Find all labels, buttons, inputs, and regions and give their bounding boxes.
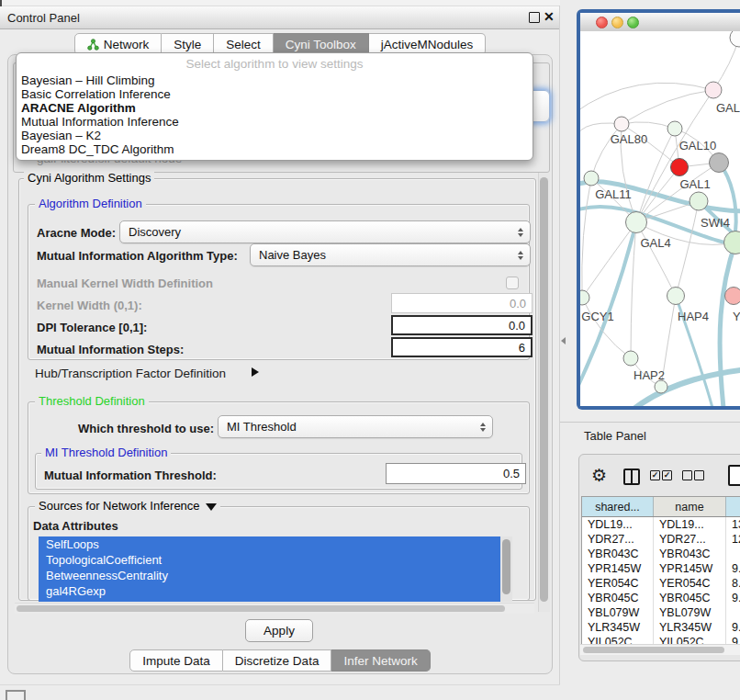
cyni-algorithm-settings-title: Cyni Algorithm Settings	[24, 172, 154, 185]
column-header-shared-name[interactable]: shared...	[582, 497, 654, 516]
sources-title[interactable]: Sources for Network Inference	[35, 500, 220, 513]
network-canvas[interactable]: GAL GAL80 GAL10 GAL1 GAL11 SWI4 GAL4 GCY…	[580, 31, 740, 406]
settings-horizontal-scrollbar[interactable]	[15, 603, 534, 614]
dropdown-item[interactable]: Dream8 DC_TDC Algorithm	[21, 142, 174, 156]
mi-steps-input[interactable]: 6	[391, 337, 533, 357]
table-row[interactable]: YDL19...YDL19...13	[582, 517, 740, 532]
node-table[interactable]: shared... name YDL19...YDL19...13 YDR27.…	[581, 496, 740, 645]
node-gal1-selected[interactable]	[671, 159, 689, 176]
list-item[interactable]: TopologicalCoefficient	[39, 552, 512, 568]
node-hap2[interactable]	[623, 351, 638, 366]
dropdown-item[interactable]: Basic Correlation Inference	[21, 87, 171, 101]
unchecked-checkbox-icon[interactable]	[682, 470, 692, 480]
node-big-green[interactable]	[724, 231, 740, 254]
float-window-icon[interactable]	[529, 12, 540, 23]
dropdown-item[interactable]: Bayesian – Hill Climbing	[21, 73, 155, 87]
node-gal-pink[interactable]	[705, 82, 722, 98]
table-row[interactable]: YER054CYER054C8.	[582, 576, 740, 591]
node-gal4[interactable]	[626, 212, 647, 233]
node-gal11[interactable]	[584, 171, 599, 186]
window-top-strip	[0, 0, 560, 6]
node-gal80[interactable]	[614, 117, 629, 131]
split-pane-icon[interactable]	[623, 469, 640, 485]
list-scrollbar-thumb[interactable]	[502, 539, 510, 594]
node-salmon[interactable]	[725, 288, 740, 305]
table-row[interactable]: YBR043CYBR043C	[582, 547, 740, 561]
network-icon	[87, 39, 99, 51]
tab-discretize-data[interactable]: Discretize Data	[223, 649, 332, 672]
tab-infer-network[interactable]: Infer Network	[331, 649, 430, 672]
stepper-icon	[480, 423, 486, 432]
node-label: HAP4	[678, 310, 709, 323]
node-label: HAP2	[633, 368, 665, 382]
table-hscroll-thumb[interactable]	[583, 647, 724, 653]
checked-checkbox-icon[interactable]: ✓	[650, 470, 660, 480]
cyni-bottom-tabbar: Impute Data Discretize Data Infer Networ…	[0, 649, 560, 672]
table-row[interactable]: YBR045CYBR045C9.	[582, 591, 740, 605]
docked-panel-chip[interactable]	[6, 690, 26, 700]
table-panel-title: Table Panel	[584, 429, 646, 443]
table-row[interactable]: YDR27...YDR27...12	[582, 532, 740, 547]
close-traffic-light-icon[interactable]	[596, 17, 608, 28]
document-icon[interactable]	[728, 465, 740, 486]
which-threshold-combo[interactable]: MI Threshold	[218, 415, 493, 438]
list-scrollbar[interactable]	[500, 536, 512, 602]
dpi-tolerance-input[interactable]: 0.0	[391, 315, 533, 335]
minimize-traffic-light-icon[interactable]	[611, 17, 623, 28]
checked-checkbox-icon[interactable]: ✓	[662, 470, 672, 480]
network-window-titlebar[interactable]	[580, 13, 740, 32]
hub-definition-toggle[interactable]: Hub/Transcription Factor Definition	[35, 367, 226, 380]
list-item[interactable]: gal4RGexp	[39, 583, 512, 599]
aracne-mode-combo[interactable]: Discovery	[119, 220, 531, 243]
data-attributes-list[interactable]: SelfLoops TopologicalCoefficient Between…	[39, 536, 512, 602]
node-label: GAL1	[679, 177, 710, 191]
node-gray[interactable]	[710, 153, 729, 173]
close-icon[interactable]: ✕	[544, 9, 555, 24]
zoom-traffic-light-icon[interactable]	[627, 17, 639, 28]
mi-threshold-input[interactable]: 0.5	[386, 463, 526, 484]
settings-hscroll-thumb[interactable]	[17, 605, 505, 612]
control-panel-bottom-edge	[0, 684, 560, 685]
algorithm-dropdown[interactable]: Select algorithm to view settings Bayesi…	[16, 52, 533, 161]
dropdown-item[interactable]: Bayesian – K2	[21, 129, 101, 142]
settings-vertical-scrollbar[interactable]	[538, 173, 550, 612]
table-row[interactable]: YLR345WYLR345W9.	[582, 620, 740, 635]
unchecked-checkbox-icon[interactable]	[694, 470, 704, 480]
table-horizontal-scrollbar[interactable]	[580, 644, 740, 655]
table-row[interactable]: YBL079WYBL079W	[582, 605, 740, 620]
mi-type-combo[interactable]: Naive Bayes	[250, 243, 531, 266]
node-gcy1[interactable]	[580, 290, 589, 305]
table-row[interactable]: YPR145WYPR145W9.	[582, 561, 740, 576]
panel-splitter-handle[interactable]	[561, 337, 566, 344]
algorithm-definition-title: Algorithm Definition	[35, 198, 146, 210]
list-item[interactable]: BetweennessCentrality	[39, 568, 512, 583]
collapse-down-icon[interactable]	[206, 503, 217, 511]
node-label: GAL80	[611, 132, 647, 146]
tab-impute-data[interactable]: Impute Data	[129, 649, 223, 672]
kernel-width-input[interactable]: 0.0	[391, 293, 533, 313]
settings-vscroll-thumb[interactable]	[540, 177, 548, 602]
tab-network-label: Network	[104, 38, 150, 51]
dropdown-placeholder: Select algorithm to view settings	[17, 57, 533, 71]
gear-icon[interactable]: ⚙	[591, 467, 607, 484]
node-gal10[interactable]	[667, 121, 682, 136]
dropdown-item-aracne[interactable]: ARACNE Algorithm	[21, 101, 136, 115]
control-panel-title: Control Panel	[7, 11, 80, 25]
node-small-bottom[interactable]	[655, 380, 667, 393]
mi-steps-label: Mutual Information Steps:	[37, 343, 184, 356]
node-partial-top[interactable]	[730, 31, 740, 47]
node-label: GAL	[716, 101, 740, 115]
node-hap4[interactable]	[667, 288, 685, 305]
list-item[interactable]: SelfLoops	[39, 536, 512, 552]
apply-button[interactable]: Apply	[245, 619, 313, 642]
expand-right-icon[interactable]	[252, 367, 259, 377]
control-panel-titlebar[interactable]	[0, 6, 560, 29]
dropdown-item[interactable]: Mutual Information Inference	[21, 115, 179, 129]
node-label: GAL4	[640, 236, 670, 250]
stepper-icon	[518, 228, 523, 237]
node-swi4[interactable]	[690, 192, 708, 210]
column-header-partial[interactable]	[726, 497, 740, 516]
manual-kernel-checkbox[interactable]	[506, 277, 519, 289]
kernel-width-label: Kernel Width (0,1):	[37, 299, 142, 312]
column-header-name[interactable]: name	[654, 497, 726, 516]
